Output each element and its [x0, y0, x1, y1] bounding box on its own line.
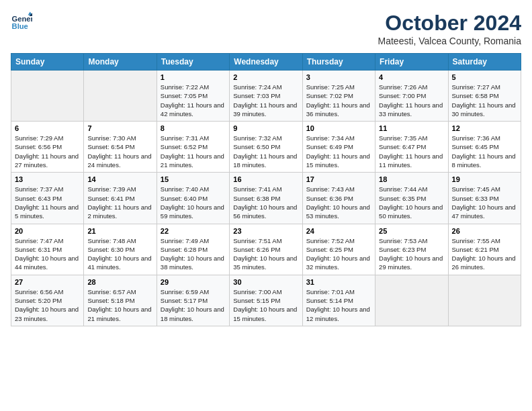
calendar-cell: 27Sunrise: 6:56 AMSunset: 5:20 PMDayligh…: [11, 275, 84, 326]
calendar-cell: 19Sunrise: 7:45 AMSunset: 6:33 PMDayligh…: [448, 173, 521, 224]
weekday-header-row: SundayMondayTuesdayWednesdayThursdayFrid…: [11, 54, 521, 71]
logo: General Blue: [11, 11, 32, 32]
day-info: Sunrise: 7:32 AMSunset: 6:50 PMDaylight:…: [233, 134, 298, 169]
day-number: 17: [306, 175, 371, 183]
day-number: 11: [379, 124, 444, 132]
calendar-cell: 3Sunrise: 7:25 AMSunset: 7:02 PMDaylight…: [302, 71, 375, 122]
day-info: Sunrise: 7:48 AMSunset: 6:30 PMDaylight:…: [87, 236, 152, 272]
calendar-cell: 17Sunrise: 7:43 AMSunset: 6:36 PMDayligh…: [302, 173, 375, 224]
day-number: 10: [306, 124, 371, 132]
day-info: Sunrise: 7:34 AMSunset: 6:49 PMDaylight:…: [306, 134, 371, 169]
calendar-cell: 25Sunrise: 7:53 AMSunset: 6:23 PMDayligh…: [375, 224, 448, 275]
day-info: Sunrise: 7:41 AMSunset: 6:38 PMDaylight:…: [233, 185, 298, 220]
weekday-header-friday: Friday: [375, 54, 448, 71]
calendar-table: SundayMondayTuesdayWednesdayThursdayFrid…: [11, 53, 521, 326]
day-number: 25: [379, 227, 444, 235]
day-number: 19: [452, 175, 517, 183]
day-info: Sunrise: 7:40 AMSunset: 6:40 PMDaylight:…: [161, 185, 226, 220]
day-info: Sunrise: 7:36 AMSunset: 6:45 PMDaylight:…: [452, 134, 517, 169]
calendar-week-2: 6Sunrise: 7:29 AMSunset: 6:56 PMDaylight…: [11, 122, 521, 173]
day-number: 18: [379, 175, 444, 183]
svg-text:Blue: Blue: [12, 22, 28, 30]
day-info: Sunrise: 7:31 AMSunset: 6:52 PMDaylight:…: [161, 134, 226, 169]
day-info: Sunrise: 7:35 AMSunset: 6:47 PMDaylight:…: [379, 134, 444, 169]
day-number: 8: [161, 124, 226, 132]
weekday-header-saturday: Saturday: [448, 54, 521, 71]
day-info: Sunrise: 7:01 AMSunset: 5:14 PMDaylight:…: [306, 287, 371, 323]
calendar-cell: 15Sunrise: 7:40 AMSunset: 6:40 PMDayligh…: [157, 173, 229, 224]
calendar-cell: 26Sunrise: 7:55 AMSunset: 6:21 PMDayligh…: [448, 224, 521, 275]
calendar-cell: 12Sunrise: 7:36 AMSunset: 6:45 PMDayligh…: [448, 122, 521, 173]
day-info: Sunrise: 6:59 AMSunset: 5:17 PMDaylight:…: [161, 287, 226, 323]
day-number: 21: [87, 227, 152, 235]
day-info: Sunrise: 6:57 AMSunset: 5:18 PMDaylight:…: [87, 287, 152, 323]
calendar-week-5: 27Sunrise: 6:56 AMSunset: 5:20 PMDayligh…: [11, 275, 521, 326]
day-number: 30: [233, 278, 298, 286]
day-info: Sunrise: 7:29 AMSunset: 6:56 PMDaylight:…: [15, 134, 80, 169]
calendar-cell: 28Sunrise: 6:57 AMSunset: 5:18 PMDayligh…: [84, 275, 157, 326]
day-info: Sunrise: 7:25 AMSunset: 7:02 PMDaylight:…: [306, 83, 371, 118]
weekday-header-thursday: Thursday: [302, 54, 375, 71]
calendar-cell: 8Sunrise: 7:31 AMSunset: 6:52 PMDaylight…: [157, 122, 229, 173]
day-number: 6: [15, 124, 80, 132]
calendar-cell: [448, 275, 521, 326]
weekday-header-sunday: Sunday: [11, 54, 84, 71]
day-info: Sunrise: 7:43 AMSunset: 6:36 PMDaylight:…: [306, 185, 371, 220]
day-info: Sunrise: 7:45 AMSunset: 6:33 PMDaylight:…: [452, 185, 517, 220]
calendar-cell: 14Sunrise: 7:39 AMSunset: 6:41 PMDayligh…: [84, 173, 157, 224]
day-info: Sunrise: 7:53 AMSunset: 6:23 PMDaylight:…: [379, 236, 444, 272]
day-info: Sunrise: 7:55 AMSunset: 6:21 PMDaylight:…: [452, 236, 517, 272]
day-number: 22: [161, 227, 226, 235]
calendar-cell: 1Sunrise: 7:22 AMSunset: 7:05 PMDaylight…: [157, 71, 229, 122]
calendar-cell: 13Sunrise: 7:37 AMSunset: 6:43 PMDayligh…: [11, 173, 84, 224]
day-info: Sunrise: 7:37 AMSunset: 6:43 PMDaylight:…: [15, 185, 80, 220]
day-info: Sunrise: 7:51 AMSunset: 6:26 PMDaylight:…: [233, 236, 298, 272]
day-number: 27: [15, 278, 80, 286]
day-number: 24: [306, 227, 371, 235]
calendar-cell: 2Sunrise: 7:24 AMSunset: 7:03 PMDaylight…: [230, 71, 302, 122]
calendar-cell: 23Sunrise: 7:51 AMSunset: 6:26 PMDayligh…: [230, 224, 302, 275]
day-number: 14: [87, 175, 152, 183]
day-number: 9: [233, 124, 298, 132]
calendar-cell: 18Sunrise: 7:44 AMSunset: 6:35 PMDayligh…: [375, 173, 448, 224]
weekday-header-tuesday: Tuesday: [157, 54, 229, 71]
location-subtitle: Mateesti, Valcea County, Romania: [378, 36, 521, 46]
month-title: October 2024: [378, 11, 521, 36]
day-number: 31: [306, 278, 371, 286]
day-number: 20: [15, 227, 80, 235]
calendar-cell: 10Sunrise: 7:34 AMSunset: 6:49 PMDayligh…: [302, 122, 375, 173]
calendar-week-3: 13Sunrise: 7:37 AMSunset: 6:43 PMDayligh…: [11, 173, 521, 224]
day-number: 4: [379, 73, 444, 81]
calendar-week-1: 1Sunrise: 7:22 AMSunset: 7:05 PMDaylight…: [11, 71, 521, 122]
calendar-cell: 24Sunrise: 7:52 AMSunset: 6:25 PMDayligh…: [302, 224, 375, 275]
calendar-cell: 21Sunrise: 7:48 AMSunset: 6:30 PMDayligh…: [84, 224, 157, 275]
calendar-cell: 22Sunrise: 7:49 AMSunset: 6:28 PMDayligh…: [157, 224, 229, 275]
day-info: Sunrise: 7:52 AMSunset: 6:25 PMDaylight:…: [306, 236, 371, 272]
logo-icon: General Blue: [11, 11, 32, 32]
calendar-cell: 9Sunrise: 7:32 AMSunset: 6:50 PMDaylight…: [230, 122, 302, 173]
day-info: Sunrise: 7:24 AMSunset: 7:03 PMDaylight:…: [233, 83, 298, 118]
page-header: General Blue October 2024 Mateesti, Valc…: [11, 11, 521, 46]
calendar-cell: 5Sunrise: 7:27 AMSunset: 6:58 PMDaylight…: [448, 71, 521, 122]
calendar-cell: 30Sunrise: 7:00 AMSunset: 5:15 PMDayligh…: [230, 275, 302, 326]
day-number: 26: [452, 227, 517, 235]
calendar-cell: 29Sunrise: 6:59 AMSunset: 5:17 PMDayligh…: [157, 275, 229, 326]
calendar-cell: [84, 71, 157, 122]
calendar-cell: [11, 71, 84, 122]
day-info: Sunrise: 6:56 AMSunset: 5:20 PMDaylight:…: [15, 287, 80, 323]
calendar-week-4: 20Sunrise: 7:47 AMSunset: 6:31 PMDayligh…: [11, 224, 521, 275]
calendar-cell: 16Sunrise: 7:41 AMSunset: 6:38 PMDayligh…: [230, 173, 302, 224]
day-info: Sunrise: 7:44 AMSunset: 6:35 PMDaylight:…: [379, 185, 444, 220]
calendar-cell: [375, 275, 448, 326]
day-number: 1: [161, 73, 226, 81]
title-block: October 2024 Mateesti, Valcea County, Ro…: [378, 11, 521, 46]
day-number: 5: [452, 73, 517, 81]
day-info: Sunrise: 7:30 AMSunset: 6:54 PMDaylight:…: [87, 134, 152, 169]
day-number: 29: [161, 278, 226, 286]
day-number: 15: [161, 175, 226, 183]
day-info: Sunrise: 7:00 AMSunset: 5:15 PMDaylight:…: [233, 287, 298, 323]
calendar-cell: 31Sunrise: 7:01 AMSunset: 5:14 PMDayligh…: [302, 275, 375, 326]
day-info: Sunrise: 7:22 AMSunset: 7:05 PMDaylight:…: [161, 83, 226, 118]
day-number: 13: [15, 175, 80, 183]
day-info: Sunrise: 7:26 AMSunset: 7:00 PMDaylight:…: [379, 83, 444, 118]
